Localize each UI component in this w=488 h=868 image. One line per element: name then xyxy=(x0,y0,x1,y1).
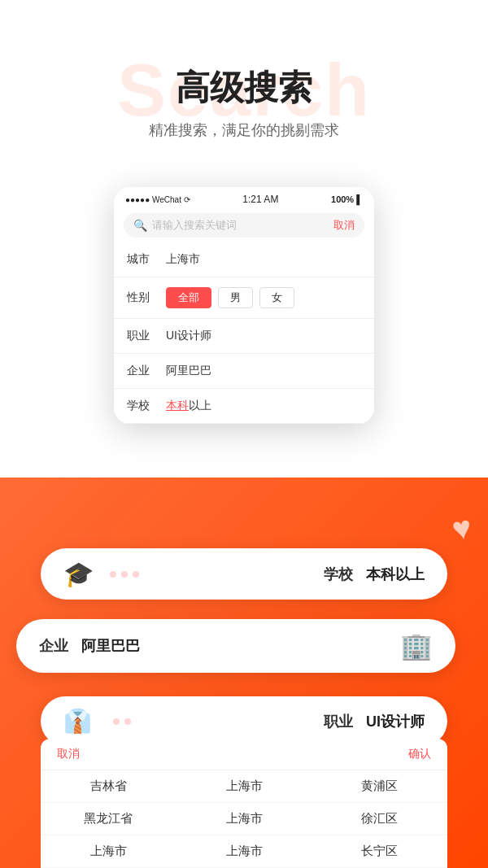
page-subtitle: 精准搜索，满足你的挑剔需求 xyxy=(33,120,455,140)
picker-col-2: 上海市 上海市 上海市 xyxy=(176,770,312,868)
school-value-highlight: 本科 xyxy=(166,399,189,412)
search-input[interactable]: 请输入搜索关键词 xyxy=(152,218,325,233)
picker-item[interactable]: 吉林省 xyxy=(41,770,176,803)
company-value: 阿里巴巴 xyxy=(166,364,211,378)
school-icon: 🎓 xyxy=(63,560,94,588)
job-value: UI设计师 xyxy=(166,329,211,343)
filter-job-row[interactable]: 职业 UI设计师 xyxy=(114,319,374,354)
filter-company-row[interactable]: 企业 阿里巴巴 xyxy=(114,354,374,389)
picker-col-3: 黄浦区 徐汇区 长宁区 xyxy=(312,770,447,868)
status-battery: 100% ▌ xyxy=(331,194,363,204)
picker-item[interactable]: 上海市 xyxy=(176,835,312,868)
city-label: 城市 xyxy=(127,252,156,267)
filter-section: 城市 上海市 性别 全部 男 女 职业 UI设计师 企业 阿里巴巴 学校 本科以… xyxy=(114,242,374,424)
job-card-value: UI设计师 xyxy=(366,712,425,731)
search-icon: 🔍 xyxy=(133,219,147,232)
company-card-value: 阿里巴巴 xyxy=(81,636,400,656)
status-time: 1:21 AM xyxy=(242,194,278,205)
picker-item[interactable]: 长宁区 xyxy=(312,835,447,868)
picker-item[interactable]: 上海市 xyxy=(41,835,176,868)
company-card-label: 企业 xyxy=(39,636,68,656)
page-title: 高级搜索 xyxy=(33,65,455,111)
filter-city-row[interactable]: 城市 上海市 xyxy=(114,242,374,277)
school-label: 学校 xyxy=(127,399,156,413)
gender-tag-all[interactable]: 全部 xyxy=(166,287,211,308)
picker-confirm-button[interactable]: 确认 xyxy=(408,747,431,761)
picker-cancel-button[interactable]: 取消 xyxy=(57,747,80,761)
gender-label: 性别 xyxy=(127,290,156,305)
school-value: 本科以上 xyxy=(166,399,211,413)
cancel-button[interactable]: 取消 xyxy=(333,218,355,233)
filter-school-row[interactable]: 学校 本科以上 xyxy=(114,389,374,424)
search-bar[interactable]: 🔍 请输入搜索关键词 取消 xyxy=(124,213,364,238)
job-card-label: 职业 xyxy=(324,712,353,731)
city-value: 上海市 xyxy=(166,252,200,267)
filter-gender-row[interactable]: 性别 全部 男 女 xyxy=(114,277,374,319)
school-card[interactable]: 🎓 学校 本科以上 xyxy=(41,548,447,600)
job-icon: 👔 xyxy=(63,708,92,735)
picker-item[interactable]: 上海市 xyxy=(176,803,312,835)
picker-header: 取消 确认 xyxy=(41,739,447,770)
status-left: ●●●●● WeChat ⟳ xyxy=(125,195,190,204)
status-bar: ●●●●● WeChat ⟳ 1:21 AM 100% ▌ xyxy=(114,187,374,208)
card-dots xyxy=(110,571,316,578)
heart-decoration: ♥ xyxy=(450,508,475,547)
school-card-label: 学校 xyxy=(324,565,353,584)
picker-area: 取消 确认 吉林省 黑龙江省 上海市 上海市 上海市 上海市 黄浦区 徐汇区 长… xyxy=(41,739,447,868)
gender-tag-female[interactable]: 女 xyxy=(259,287,294,308)
company-label: 企业 xyxy=(127,364,156,378)
gender-tag-male[interactable]: 男 xyxy=(218,287,253,308)
phone-mockup: ●●●●● WeChat ⟳ 1:21 AM 100% ▌ 🔍 请输入搜索关键词… xyxy=(114,187,374,424)
gender-tags: 全部 男 女 xyxy=(166,287,294,308)
top-section: 高级搜索 精准搜索，满足你的挑剔需求 xyxy=(0,0,488,164)
card-dots-job xyxy=(113,718,316,725)
picker-item[interactable]: 上海市 xyxy=(176,770,312,803)
school-card-value: 本科以上 xyxy=(366,565,425,584)
picker-item[interactable]: 黑龙江省 xyxy=(41,803,176,835)
picker-col-1: 吉林省 黑龙江省 上海市 xyxy=(41,770,176,868)
picker-item[interactable]: 徐汇区 xyxy=(312,803,447,835)
job-label: 职业 xyxy=(127,329,156,343)
picker-item[interactable]: 黄浦区 xyxy=(312,770,447,803)
company-card[interactable]: 企业 阿里巴巴 🏢 xyxy=(16,619,455,673)
company-icon: 🏢 xyxy=(400,630,433,661)
picker-rows: 吉林省 黑龙江省 上海市 上海市 上海市 上海市 黄浦区 徐汇区 长宁区 xyxy=(41,770,447,868)
